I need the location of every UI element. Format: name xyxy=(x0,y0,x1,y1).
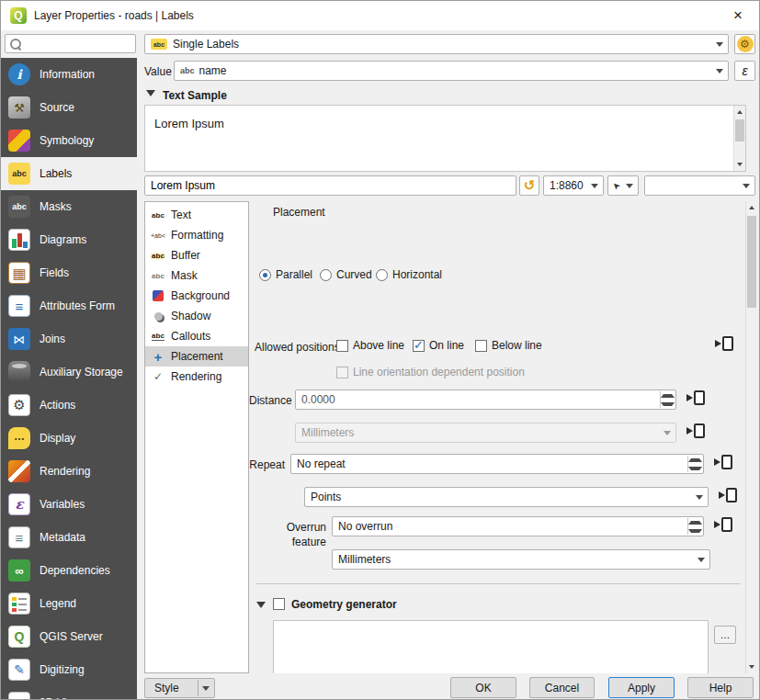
checkbox-above-line[interactable]: Above line xyxy=(336,338,404,353)
reset-sample-icon: ↺ xyxy=(524,177,536,194)
spinner-buttons[interactable] xyxy=(660,391,675,408)
spin-up-icon[interactable] xyxy=(661,391,675,400)
spin-up-icon[interactable] xyxy=(688,518,702,526)
checkbox-line-orientation[interactable]: Line orientation dependent position xyxy=(336,365,525,379)
spin-down-icon[interactable] xyxy=(661,400,675,408)
distance-spinbox[interactable]: 0.0000 xyxy=(295,390,676,410)
spin-down-icon[interactable] xyxy=(688,526,702,535)
scrollbar-thumb[interactable] xyxy=(735,119,744,141)
collapse-triangle-icon[interactable] xyxy=(256,602,266,608)
sidebar-item-auxiliary-storage[interactable]: Auxiliary Storage xyxy=(1,356,137,389)
sidebar-search[interactable] xyxy=(5,34,136,53)
sidebar-item-symbology[interactable]: Symbology xyxy=(1,124,137,157)
tab-mask[interactable]: Mask xyxy=(145,265,248,286)
overrun-spinbox[interactable]: No overrun xyxy=(332,516,704,536)
spinner-buttons[interactable] xyxy=(687,518,702,535)
tab-rendering[interactable]: Rendering xyxy=(145,367,248,387)
radio-parallel[interactable]: Parallel xyxy=(259,267,312,282)
tab-label: Rendering xyxy=(171,370,221,383)
preview-scrollbar[interactable] xyxy=(733,106,745,171)
geometry-generator-ellipsis-button[interactable]: … xyxy=(714,626,736,644)
distance-label: Distance xyxy=(249,393,289,408)
sidebar-item-diagrams[interactable]: Diagrams xyxy=(1,223,137,256)
sidebar-item-digitizing[interactable]: Digitizing xyxy=(1,653,137,686)
sidebar-item-masks[interactable]: Masks xyxy=(1,190,137,223)
sidebar-item-source[interactable]: Source xyxy=(1,91,137,124)
rendering-icon xyxy=(8,460,30,482)
geometry-generator-expression-area[interactable] xyxy=(273,620,709,673)
scroll-up-icon[interactable] xyxy=(746,201,757,214)
data-defined-override-button[interactable] xyxy=(714,335,736,354)
sidebar-item-attributes-form[interactable]: Attributes Form xyxy=(1,289,137,322)
close-button[interactable]: × xyxy=(728,6,748,26)
radio-curved[interactable]: Curved xyxy=(320,267,372,282)
scale-combo[interactable]: 1:8860 xyxy=(543,175,604,196)
sidebar-item-display[interactable]: Display xyxy=(1,422,137,455)
spin-up-icon[interactable] xyxy=(688,456,702,464)
sidebar-item-fields[interactable]: Fields xyxy=(1,256,137,289)
scroll-up-icon[interactable] xyxy=(734,106,745,119)
search-input[interactable] xyxy=(22,36,123,51)
cancel-button[interactable]: Cancel xyxy=(529,677,595,698)
spinner-buttons[interactable] xyxy=(687,456,702,472)
sample-extra-combo[interactable] xyxy=(644,175,755,196)
geometry-generator-checkbox[interactable] xyxy=(273,598,285,610)
overrun-unit-combo[interactable]: Millimeters xyxy=(332,549,710,570)
data-defined-override-button[interactable] xyxy=(713,454,735,472)
repeat-spinbox[interactable]: No repeat xyxy=(290,454,704,474)
sidebar-item-qgis-server[interactable]: QGIS Server xyxy=(1,620,137,653)
automated-placement-settings-button[interactable] xyxy=(734,34,755,54)
sidebar-item-joins[interactable]: Joins xyxy=(1,322,137,356)
tab-callouts[interactable]: Callouts xyxy=(145,326,248,346)
spin-down-icon[interactable] xyxy=(688,464,702,472)
sidebar-item-information[interactable]: Information xyxy=(1,58,137,91)
set-scale-from-canvas-button[interactable]: ➤ xyxy=(607,175,639,196)
override-arrow-icon xyxy=(715,340,721,347)
ok-button[interactable]: OK xyxy=(450,677,516,698)
help-button[interactable]: Help xyxy=(687,677,754,698)
title-bar[interactable]: Layer Properties - roads | Labels × xyxy=(1,1,759,30)
radio-horizontal[interactable]: Horizontal xyxy=(376,267,442,282)
data-defined-override-button[interactable] xyxy=(713,516,735,535)
value-field-combo[interactable]: abc name xyxy=(174,61,729,81)
tab-shadow[interactable]: Shadow xyxy=(145,306,248,326)
scrollbar-thumb[interactable] xyxy=(747,216,756,308)
tab-formatting[interactable]: Formatting xyxy=(145,225,248,245)
repeat-unit-combo[interactable]: Points xyxy=(304,487,709,507)
style-button[interactable]: Style xyxy=(144,678,215,698)
data-defined-override-button[interactable] xyxy=(718,487,740,505)
scroll-down-icon[interactable] xyxy=(734,158,745,171)
tab-buffer[interactable]: Buffer xyxy=(145,245,248,265)
collapse-triangle-icon[interactable] xyxy=(146,90,155,96)
reset-sample-button[interactable]: ↺ xyxy=(519,175,539,196)
sidebar-item-label: Labels xyxy=(40,167,72,180)
sidebar-item-actions[interactable]: Actions xyxy=(1,389,137,422)
scroll-down-icon[interactable] xyxy=(746,660,757,673)
data-defined-override-button[interactable] xyxy=(686,390,708,408)
sidebar-item-rendering[interactable]: Rendering xyxy=(1,455,137,488)
checkbox-below-line[interactable]: Below line xyxy=(475,338,542,353)
radio-label: Horizontal xyxy=(392,268,442,281)
tab-label: Text xyxy=(171,209,191,221)
sample-text-input[interactable] xyxy=(151,179,510,192)
sidebar-item-variables[interactable]: Variables xyxy=(1,488,137,521)
tab-text[interactable]: Text xyxy=(145,205,248,225)
data-defined-override-button[interactable] xyxy=(686,423,708,441)
tab-background[interactable]: Background xyxy=(145,286,248,306)
sample-text-input-wrap xyxy=(144,175,516,196)
label-mode-combo[interactable]: Single Labels xyxy=(144,34,729,54)
metadata-icon xyxy=(8,526,30,548)
overrun-unit-value: Millimeters xyxy=(338,553,391,566)
apply-button[interactable]: Apply xyxy=(608,677,675,698)
distance-unit-combo[interactable]: Millimeters xyxy=(295,423,676,443)
chevron-down-icon xyxy=(198,680,213,696)
checkbox-on-line[interactable]: On line xyxy=(413,338,464,353)
sidebar-item-3d-view[interactable]: 3D View xyxy=(1,686,137,700)
sidebar-item-labels[interactable]: Labels xyxy=(1,157,137,190)
expression-builder-button[interactable]: ε xyxy=(734,61,755,81)
placement-scrollbar[interactable] xyxy=(745,201,757,673)
sidebar-item-dependencies[interactable]: Dependencies xyxy=(1,554,137,587)
tab-placement[interactable]: Placement xyxy=(145,346,248,367)
sidebar-item-metadata[interactable]: Metadata xyxy=(1,521,137,554)
sidebar-item-legend[interactable]: Legend xyxy=(1,587,137,620)
